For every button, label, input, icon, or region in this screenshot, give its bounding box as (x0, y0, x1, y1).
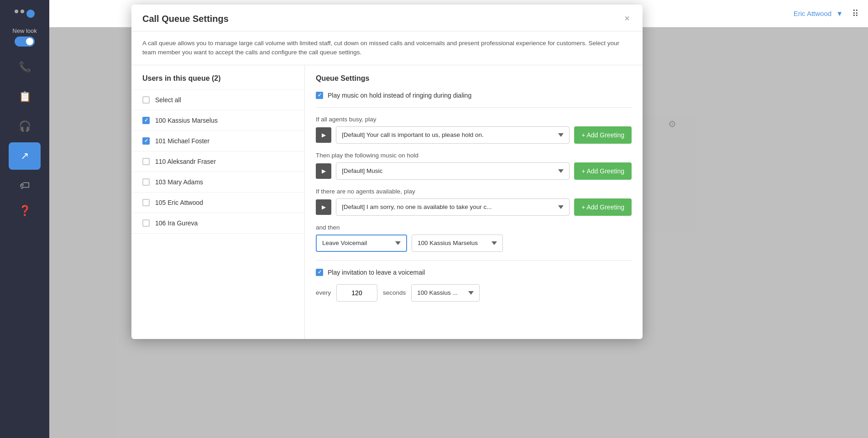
transfer-icon: ↗ (21, 150, 29, 162)
agent-select[interactable]: 100 Kassius Marselus (412, 235, 503, 252)
queue-settings-title: Queue Settings (316, 74, 632, 83)
every-input[interactable] (336, 284, 377, 302)
headset-icon: 🎧 (19, 120, 31, 132)
app-logo (11, 5, 38, 23)
user-103-checkbox[interactable] (142, 178, 150, 186)
select-all-item[interactable]: Select all (131, 89, 304, 110)
main-content: ⚙ Call Queue Settings × A call queue all… (49, 0, 868, 438)
phone-icon: 📞 (19, 61, 31, 73)
user-100-name: 100 Kassius Marselus (155, 117, 218, 124)
user-110-name: 110 Aleksandr Fraser (155, 158, 216, 165)
chevron-down-icon: ▼ (836, 10, 843, 17)
new-look-toggle[interactable] (15, 36, 35, 47)
sidebar-item-contacts[interactable]: 📋 (9, 83, 41, 110)
sidebar-item-tag[interactable]: 🏷 (9, 172, 41, 199)
user-105-checkbox[interactable] (142, 199, 150, 206)
every-row: every seconds 100 Kassius ... (316, 284, 632, 302)
add-greeting-button-3[interactable]: + Add Greeting (574, 198, 632, 216)
logo-dot-blue (26, 10, 35, 18)
sidebar-item-help[interactable]: ❓ (9, 202, 41, 229)
users-panel-title: Users in this queue (2) (131, 74, 304, 89)
play-invitation-label: Play invitation to leave a voicemail (328, 269, 425, 276)
user-101-name: 101 Michael Foster (155, 137, 209, 145)
play-no-agents-button[interactable]: ▶ (316, 199, 331, 215)
then-play-label: Then play the following music on hold (316, 152, 632, 159)
user-100-checkbox[interactable] (142, 117, 150, 124)
modal-close-button[interactable]: × (622, 14, 632, 23)
play-invitation-row: Play invitation to leave a voicemail (316, 269, 632, 276)
user-103-name: 103 Mary Adams (155, 178, 203, 186)
list-item[interactable]: 105 Eric Attwood (131, 193, 304, 213)
add-greeting-button-2[interactable]: + Add Greeting (574, 162, 632, 180)
then-play-row: ▶ [Default] Music + Add Greeting (316, 162, 632, 180)
sidebar: New look 📞 📋 🎧 ↗ 🏷 ❓ (0, 0, 49, 438)
list-item[interactable]: 100 Kassius Marselus (131, 110, 304, 131)
new-look-section: New look (12, 27, 37, 47)
play-busy-button[interactable]: ▶ (316, 127, 331, 143)
logo-dot (15, 10, 18, 13)
and-then-row: Leave Voicemail 100 Kassius Marselus (316, 235, 632, 252)
sidebar-item-phone[interactable]: 📞 (9, 53, 41, 81)
if-agents-busy-label: If all agents busy, play (316, 116, 632, 123)
modal-body: Users in this queue (2) Select all 100 K… (131, 65, 643, 339)
user-name: Eric Attwood (794, 10, 831, 17)
users-panel: Users in this queue (2) Select all 100 K… (131, 65, 305, 339)
list-item[interactable]: 110 Aleksandr Fraser (131, 151, 304, 172)
modal-title: Call Queue Settings (142, 14, 229, 24)
queue-settings-panel: Queue Settings Play music on hold instea… (305, 65, 643, 339)
user-menu[interactable]: Eric Attwood ▼ (794, 10, 843, 17)
user-105-name: 105 Eric Attwood (155, 199, 203, 206)
music-on-hold-row: Play music on hold instead of ringing du… (316, 92, 632, 99)
modal-header: Call Queue Settings × (131, 5, 643, 31)
seconds-label: seconds (383, 289, 406, 296)
tag-icon: 🏷 (20, 180, 30, 192)
list-item[interactable]: 101 Michael Foster (131, 131, 304, 151)
voicemail-select[interactable]: Leave Voicemail (316, 235, 407, 252)
user-106-checkbox[interactable] (142, 219, 150, 227)
user-list: Select all 100 Kassius Marselus 101 Mich… (131, 89, 304, 234)
select-all-checkbox[interactable] (142, 96, 150, 104)
music-on-hold-checkbox[interactable] (316, 92, 323, 99)
user-101-checkbox[interactable] (142, 137, 150, 145)
keypad-icon[interactable]: ⠿ (852, 8, 859, 19)
add-greeting-button-1[interactable]: + Add Greeting (574, 126, 632, 144)
contacts-icon: 📋 (19, 91, 31, 103)
logo-dot (21, 10, 24, 13)
play-invitation-checkbox[interactable] (316, 269, 323, 276)
if-agents-busy-row: ▶ [Default] Your call is important to us… (316, 126, 632, 144)
sidebar-item-headset[interactable]: 🎧 (9, 113, 41, 140)
sidebar-nav: 📞 📋 🎧 ↗ 🏷 ❓ (0, 53, 49, 229)
call-queue-settings-modal: Call Queue Settings × A call queue allow… (131, 5, 643, 339)
new-look-label: New look (12, 27, 37, 34)
user-106-name: 106 Ira Gureva (155, 219, 198, 227)
no-agents-label: If there are no agents available, play (316, 188, 632, 195)
every-label: every (316, 289, 331, 296)
list-item[interactable]: 103 Mary Adams (131, 172, 304, 193)
modal-description: A call queue allows you to manage large … (131, 31, 643, 65)
help-icon: ❓ (19, 205, 31, 217)
user-110-checkbox[interactable] (142, 158, 150, 165)
play-music-button[interactable]: ▶ (316, 163, 331, 179)
select-all-label: Select all (155, 96, 181, 104)
sidebar-item-transfer[interactable]: ↗ (9, 142, 41, 170)
no-agents-row: ▶ [Default] I am sorry, no one is availa… (316, 198, 632, 216)
no-agents-select[interactable]: [Default] I am sorry, no one is availabl… (336, 198, 570, 216)
repeat-agent-select[interactable]: 100 Kassius ... (411, 284, 480, 302)
and-then-label: and then (316, 224, 632, 231)
music-on-hold-label: Play music on hold instead of ringing du… (328, 92, 471, 99)
if-agents-busy-select[interactable]: [Default] Your call is important to us, … (336, 126, 570, 144)
then-play-select[interactable]: [Default] Music (336, 162, 570, 180)
list-item[interactable]: 106 Ira Gureva (131, 213, 304, 234)
